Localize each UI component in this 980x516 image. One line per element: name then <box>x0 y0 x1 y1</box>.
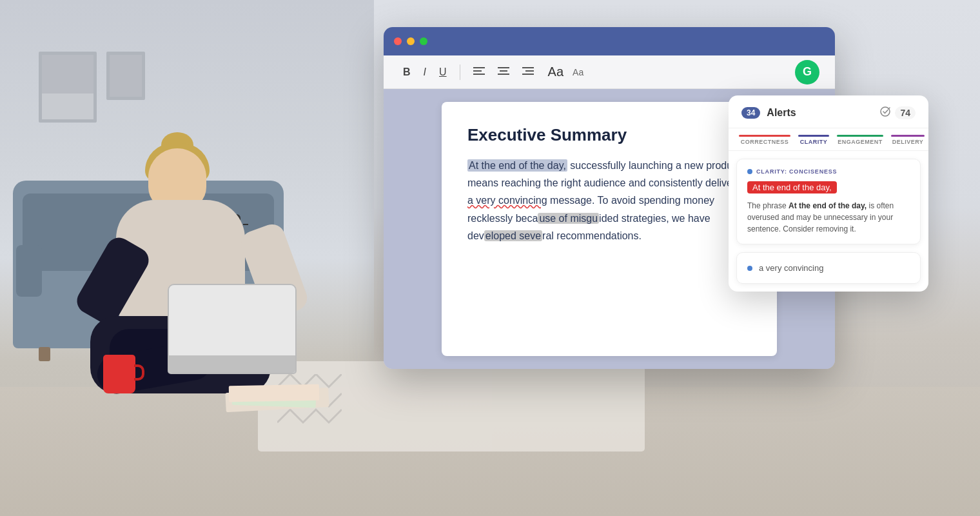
tab-clarity[interactable]: CLARITY <box>798 135 829 145</box>
document-title: Executive Summary <box>467 125 751 145</box>
alert-highlighted-phrase: At the end of the day, <box>747 181 837 194</box>
alert-card-header: CLARITY: CONCISENESS <box>747 168 910 175</box>
alert-description: The phrase At the end of the day, is oft… <box>747 200 910 235</box>
tab-delivery[interactable]: DELIVERY <box>891 135 925 145</box>
editor-toolbar: B I U Aa Aa G <box>384 55 835 89</box>
editor-document[interactable]: Executive Summary At the end of the day,… <box>442 102 777 356</box>
font-size-small[interactable]: Aa <box>573 67 583 77</box>
clarity-indicator <box>798 135 829 137</box>
wall-art-frame-2 <box>106 52 145 100</box>
laptop <box>168 284 297 374</box>
tab-clarity-label: CLARITY <box>800 139 828 145</box>
toolbar-divider-1 <box>460 64 460 80</box>
align-left-button[interactable] <box>469 64 489 80</box>
tab-correctness-label: CORRECTNESS <box>741 139 789 145</box>
score-icon <box>879 106 891 120</box>
grammarly-panel: 34 Alerts 74 CORRECTNESS CLARITY ENGAGEM… <box>729 95 928 292</box>
underlined-text: a very convincing <box>467 195 547 206</box>
alert-type-label: CLARITY: CONCISENESS <box>756 168 837 175</box>
suggestion-text: a very convincing <box>759 263 823 273</box>
alerts-count-badge: 34 <box>741 107 760 119</box>
tab-delivery-label: DELIVERY <box>892 139 924 145</box>
engagement-indicator <box>837 135 883 137</box>
alert-dot <box>747 169 752 174</box>
coffee-mug <box>103 355 135 393</box>
editor-titlebar <box>384 27 835 55</box>
person-figure <box>77 110 322 445</box>
score-area: 74 <box>879 106 916 120</box>
alert-bold-phrase: At the end of the day, <box>789 201 867 210</box>
font-size-large[interactable]: Aa <box>548 64 564 79</box>
alerts-label: Alerts <box>767 107 873 119</box>
grammarly-toolbar-logo[interactable]: G <box>795 60 819 84</box>
maximize-dot[interactable] <box>420 37 427 45</box>
tab-engagement[interactable]: ENGAGEMENT <box>837 135 883 145</box>
align-right-button[interactable] <box>518 64 538 80</box>
delivery-indicator <box>891 135 925 137</box>
panel-header: 34 Alerts 74 <box>729 95 928 128</box>
document-body[interactable]: At the end of the day, successfully laun… <box>467 157 751 244</box>
italic-button[interactable]: I <box>420 64 430 81</box>
alert-card-1[interactable]: CLARITY: CONCISENESS At the end of the d… <box>736 159 921 244</box>
correctness-indicator <box>739 135 790 137</box>
align-center-button[interactable] <box>494 64 513 80</box>
suggestion-card-1[interactable]: a very convincing <box>736 252 921 284</box>
tab-engagement-label: ENGAGEMENT <box>838 139 883 145</box>
close-dot[interactable] <box>394 37 402 45</box>
panel-tabs: CORRECTNESS CLARITY ENGAGEMENT DELIVERY <box>729 128 928 151</box>
bold-button[interactable]: B <box>399 64 415 81</box>
tab-correctness[interactable]: CORRECTNESS <box>739 135 790 145</box>
highlighted-text: At the end of the day, <box>467 159 567 172</box>
book-3 <box>229 384 319 402</box>
suggestion-dot <box>747 266 752 271</box>
minimize-dot[interactable] <box>407 37 415 45</box>
underline-button[interactable]: U <box>435 64 451 81</box>
score-value: 74 <box>895 106 916 119</box>
